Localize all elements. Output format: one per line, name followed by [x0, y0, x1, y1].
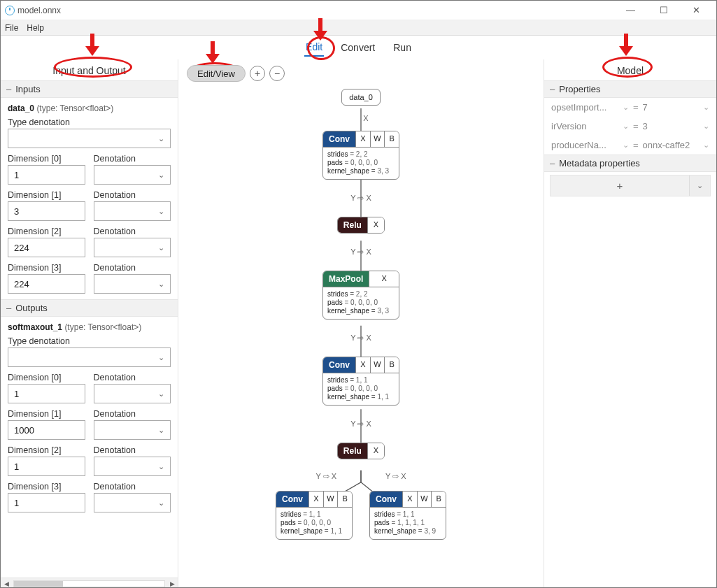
dimension-input[interactable]: 224 — [8, 238, 85, 257]
node-op-label: Conv — [323, 131, 355, 147]
graph-node-data0[interactable]: data_0 — [341, 89, 381, 106]
node-port: W — [323, 492, 338, 507]
left-panel-title: Input and Output — [1, 59, 178, 80]
dimension-label: Dimension [0] — [8, 373, 85, 382]
dimension-input[interactable]: 1 — [8, 384, 85, 403]
property-value: 7 — [643, 102, 699, 113]
denotation-label: Denotation — [94, 154, 171, 164]
menu-file[interactable]: File — [5, 23, 18, 33]
chevron-down-icon: ⌄ — [158, 389, 164, 399]
input-type: (type: Tensor<float>) — [36, 103, 113, 113]
property-key: producerNa... — [551, 140, 618, 150]
input-name: data_0 — [8, 103, 34, 113]
property-value: onnx-caffe2 — [643, 140, 699, 150]
node-port: W — [370, 357, 385, 373]
node-port: X — [369, 271, 399, 287]
maximize-button[interactable]: ☐ — [648, 1, 679, 20]
tab-run[interactable]: Run — [392, 39, 413, 56]
minimize-button[interactable]: — — [615, 1, 646, 20]
property-key: irVersion — [551, 121, 618, 131]
graph-node-conv[interactable]: Conv X W B strides = 1, 1 pads = 1, 1, 1… — [369, 491, 446, 540]
graph-node-relu[interactable]: Relu X — [337, 443, 385, 459]
tab-convert[interactable]: Convert — [339, 39, 376, 56]
denotation-select[interactable]: ⌄ — [94, 420, 171, 440]
plus-icon: + — [551, 175, 689, 196]
denotation-label: Denotation — [94, 190, 171, 200]
node-port: X — [355, 131, 370, 147]
dimension-input[interactable]: 224 — [8, 274, 85, 294]
properties-section-header[interactable]: – Properties — [544, 80, 716, 98]
property-row[interactable]: irVersion⌄=3⌄ — [544, 117, 716, 136]
graph-node-conv[interactable]: Conv X W B strides = 2, 2 pads = 0, 0, 0… — [322, 131, 399, 180]
property-value: 3 — [643, 121, 699, 131]
graph-node-conv[interactable]: Conv X W B strides = 1, 1 pads = 0, 0, 0… — [322, 357, 399, 406]
window-title: model.onnx — [17, 6, 61, 15]
node-port: B — [337, 492, 352, 507]
metadata-section-header[interactable]: – Metadata properties — [544, 155, 716, 172]
denotation-select[interactable]: ⌄ — [94, 384, 171, 403]
add-metadata-button[interactable]: + ⌄ — [550, 175, 711, 196]
zoom-out-button[interactable]: − — [269, 66, 285, 81]
inputs-section-header[interactable]: – Inputs — [1, 80, 178, 98]
node-port: X — [367, 217, 384, 233]
edge-label: Y ⇨ X — [350, 420, 371, 429]
close-button[interactable]: ✕ — [681, 1, 712, 20]
edit-view-button[interactable]: Edit/View — [187, 65, 246, 82]
denotation-select[interactable]: ⌄ — [94, 238, 171, 257]
horizontal-scrollbar[interactable]: ◀ ▶ — [1, 578, 178, 588]
graph-node-conv[interactable]: Conv X W B strides = 1, 1 pads = 0, 0, 0… — [276, 491, 353, 540]
denotation-label: Denotation — [94, 445, 171, 455]
dimension-label: Dimension [1] — [8, 409, 85, 419]
metadata-label: Metadata properties — [559, 158, 640, 168]
denotation-select[interactable]: ⌄ — [94, 201, 171, 221]
node-port: X — [308, 492, 323, 507]
denotation-select[interactable]: ⌄ — [94, 165, 171, 185]
app-logo-icon — [5, 6, 15, 15]
dimension-label: Dimension [2] — [8, 445, 85, 455]
node-port: B — [431, 492, 446, 507]
zoom-in-button[interactable]: + — [250, 66, 265, 81]
right-panel: Model – Properties opsetImport...⌄=7⌄irV… — [544, 59, 716, 588]
dimension-input[interactable]: 1 — [8, 457, 85, 476]
outputs-label: Outputs — [15, 303, 48, 313]
property-key: opsetImport... — [551, 102, 618, 113]
node-op-label: Relu — [338, 443, 367, 459]
denotation-label: Denotation — [94, 227, 171, 236]
denotation-label: Denotation — [94, 373, 171, 382]
graph-node-relu[interactable]: Relu X — [337, 217, 385, 234]
right-panel-title: Model — [544, 59, 716, 80]
denotation-select[interactable]: ⌄ — [94, 457, 171, 476]
chevron-down-icon: ⌄ — [158, 171, 164, 180]
chevron-down-icon: ⌄ — [623, 122, 629, 131]
outputs-section-header[interactable]: – Outputs — [1, 299, 178, 317]
collapse-icon: – — [550, 158, 555, 168]
dimension-input[interactable]: 1 — [8, 165, 85, 185]
edge-label: Y ⇨ X — [315, 472, 336, 481]
tab-edit[interactable]: Edit — [304, 38, 324, 57]
type-denotation-select[interactable]: ⌄ — [8, 347, 171, 367]
graph-node-maxpool[interactable]: MaxPool X strides = 2, 2 pads = 0, 0, 0,… — [322, 271, 399, 320]
dimension-input[interactable]: 1000 — [8, 420, 85, 440]
node-port: B — [384, 357, 399, 373]
dimension-label: Dimension [1] — [8, 190, 85, 200]
dimension-input[interactable]: 1 — [8, 493, 85, 512]
property-row[interactable]: opsetImport...⌄=7⌄ — [544, 98, 716, 117]
node-port: X — [355, 357, 370, 373]
dimension-input[interactable]: 3 — [8, 201, 85, 221]
type-denotation-select[interactable]: ⌄ — [8, 129, 171, 148]
menu-help[interactable]: Help — [27, 23, 44, 33]
left-panel: Input and Output – Inputs data_0 (type: … — [1, 59, 178, 588]
edge-label: Y ⇨ X — [350, 334, 371, 343]
graph-canvas[interactable]: Edit/View + − data_0 X Conv — [178, 59, 544, 588]
collapse-icon: – — [6, 84, 11, 94]
dimension-label: Dimension [3] — [8, 263, 85, 273]
denotation-select[interactable]: ⌄ — [94, 493, 171, 512]
denotation-label: Denotation — [94, 409, 171, 419]
menubar: File Help — [1, 20, 716, 36]
chevron-down-icon: ⌄ — [158, 353, 164, 362]
property-row[interactable]: producerNa...⌄=onnx-caffe2⌄ — [544, 136, 716, 155]
input-item-header: data_0 (type: Tensor<float>) — [8, 103, 171, 113]
denotation-select[interactable]: ⌄ — [94, 274, 171, 294]
chevron-down-icon: ⌄ — [623, 141, 629, 150]
edge-label: Y ⇨ X — [385, 472, 406, 481]
